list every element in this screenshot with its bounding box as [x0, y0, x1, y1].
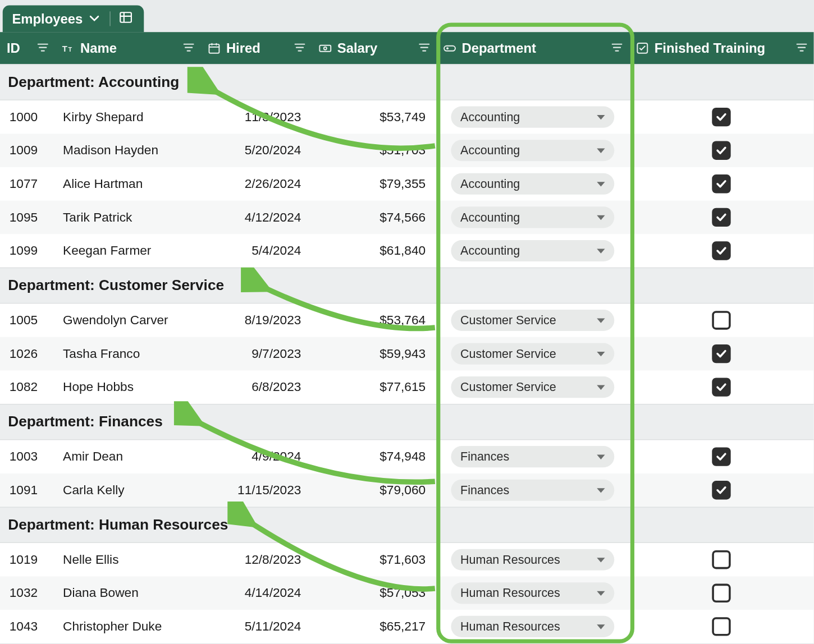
filter-icon[interactable] [184, 43, 194, 53]
department-select[interactable]: Customer Service [451, 343, 614, 364]
group-header[interactable]: Department: Accounting [0, 64, 813, 100]
filter-icon[interactable] [611, 43, 622, 53]
finished-training-checkbox[interactable] [712, 311, 730, 329]
column-header-name[interactable]: TT Name [55, 32, 201, 64]
table-row[interactable]: 1043Christopher Duke5/11/2024$65,217Huma… [0, 610, 813, 643]
cell-department: Accounting [436, 173, 629, 195]
table-row[interactable]: 1099Keegan Farmer5/4/2024$61,840Accounti… [0, 234, 813, 268]
cell-id: 1026 [0, 346, 55, 361]
cell-department: Customer Service [436, 376, 629, 398]
finished-training-checkbox[interactable] [712, 378, 730, 396]
divider [109, 11, 110, 26]
department-select[interactable]: Human Resources [451, 616, 614, 637]
department-select[interactable]: Finances [451, 446, 614, 467]
table-row[interactable]: 1003Amir Dean4/9/2024$74,948Finances [0, 440, 813, 473]
filter-icon[interactable] [38, 43, 48, 53]
department-select[interactable]: Customer Service [451, 376, 614, 398]
department-select[interactable]: Human Resources [451, 549, 614, 571]
cell-hired: 5/20/2024 [201, 143, 312, 158]
cell-salary: $59,943 [312, 346, 436, 361]
department-value: Human Resources [460, 553, 560, 567]
finished-training-checkbox[interactable] [712, 617, 730, 636]
cell-id: 1082 [0, 380, 55, 394]
table-row[interactable]: 1009Madison Hayden5/20/2024$51,703Accoun… [0, 134, 813, 167]
table-row[interactable]: 1032Diana Bowen4/14/2024$57,053Human Res… [0, 577, 813, 610]
column-department-label: Department [461, 40, 536, 56]
finished-training-checkbox[interactable] [712, 344, 730, 363]
cell-salary: $79,355 [312, 177, 436, 191]
filter-icon[interactable] [419, 43, 429, 53]
department-select[interactable]: Accounting [451, 140, 614, 161]
table-row[interactable]: 1000Kirby Shepard11/3/2023$53,749Account… [0, 100, 813, 134]
svg-rect-0 [120, 12, 131, 22]
department-select[interactable]: Accounting [451, 206, 614, 228]
cell-hired: 11/15/2023 [201, 483, 312, 498]
table-row[interactable]: 1082Hope Hobbs6/8/2023$77,615Customer Se… [0, 370, 813, 404]
svg-text:T: T [68, 46, 72, 53]
cell-hired: 2/26/2024 [201, 177, 312, 191]
cell-name: Christopher Duke [55, 619, 201, 634]
chevron-down-icon [597, 182, 605, 186]
cell-department: Customer Service [436, 310, 629, 331]
table-row[interactable]: 1077Alice Hartman2/26/2024$79,355Account… [0, 167, 813, 201]
cell-name: Carla Kelly [55, 483, 201, 498]
column-header-department[interactable]: Department [436, 32, 629, 64]
chevron-down-icon [597, 114, 605, 119]
finished-training-checkbox[interactable] [712, 108, 730, 126]
cell-salary: $77,615 [312, 380, 436, 394]
cell-salary: $53,764 [312, 313, 436, 328]
table-row[interactable]: 1019Nelle Ellis12/8/2023$71,603Human Res… [0, 543, 813, 577]
cell-hired: 5/11/2024 [201, 619, 312, 634]
department-select[interactable]: Accounting [451, 107, 614, 128]
column-header-finished-training[interactable]: Finished Training [629, 32, 813, 64]
department-value: Accounting [460, 110, 520, 124]
chevron-down-icon [597, 591, 605, 595]
cell-salary: $79,060 [312, 483, 436, 498]
finished-training-checkbox[interactable] [712, 174, 730, 193]
table-row[interactable]: 1095Tarik Patrick4/12/2024$74,566Account… [0, 201, 813, 234]
column-header-id[interactable]: ID [0, 32, 55, 64]
table-row[interactable]: 1091Carla Kelly11/15/2023$79,060Finances [0, 473, 813, 507]
column-salary-label: Salary [337, 40, 378, 56]
cell-department: Finances [436, 446, 629, 467]
column-id-label: ID [7, 40, 20, 56]
department-value: Accounting [460, 210, 520, 224]
department-value: Human Resources [460, 586, 560, 600]
finished-training-checkbox[interactable] [712, 447, 730, 466]
department-select[interactable]: Customer Service [451, 310, 614, 331]
department-select[interactable]: Finances [451, 480, 614, 501]
cell-finished-training [629, 447, 813, 466]
group-header[interactable]: Department: Human Resources [0, 507, 813, 543]
cell-id: 1009 [0, 143, 55, 158]
table-row[interactable]: 1005Gwendolyn Carver8/19/2023$53,764Cust… [0, 303, 813, 337]
cell-salary: $53,749 [312, 109, 436, 124]
finished-training-checkbox[interactable] [712, 241, 730, 260]
cell-department: Human Resources [436, 549, 629, 571]
cell-id: 1077 [0, 177, 55, 191]
cell-department: Finances [436, 480, 629, 501]
group-header[interactable]: Department: Finances [0, 404, 813, 440]
finished-training-checkbox[interactable] [712, 584, 730, 602]
cell-salary: $74,566 [312, 210, 436, 224]
filter-icon[interactable] [294, 43, 305, 53]
table-view-icon[interactable] [118, 10, 133, 27]
cell-id: 1005 [0, 313, 55, 328]
filter-icon[interactable] [796, 43, 807, 53]
group-header[interactable]: Department: Customer Service [0, 268, 813, 303]
column-header-salary[interactable]: Salary [312, 32, 436, 64]
column-header-hired[interactable]: Hired [201, 32, 312, 64]
chevron-down-icon [597, 249, 605, 253]
finished-training-checkbox[interactable] [712, 481, 730, 499]
finished-training-checkbox[interactable] [712, 141, 730, 160]
cell-salary: $61,840 [312, 243, 436, 258]
department-select[interactable]: Accounting [451, 173, 614, 195]
cell-finished-training [629, 584, 813, 602]
finished-training-checkbox[interactable] [712, 208, 730, 227]
department-select[interactable]: Accounting [451, 240, 614, 261]
department-value: Accounting [460, 243, 520, 257]
table-row[interactable]: 1026Tasha Franco9/7/2023$59,943Customer … [0, 337, 813, 371]
tab-employees[interactable]: Employees [3, 6, 144, 33]
text-type-icon: TT [62, 42, 75, 55]
finished-training-checkbox[interactable] [712, 550, 730, 569]
department-select[interactable]: Human Resources [451, 582, 614, 604]
